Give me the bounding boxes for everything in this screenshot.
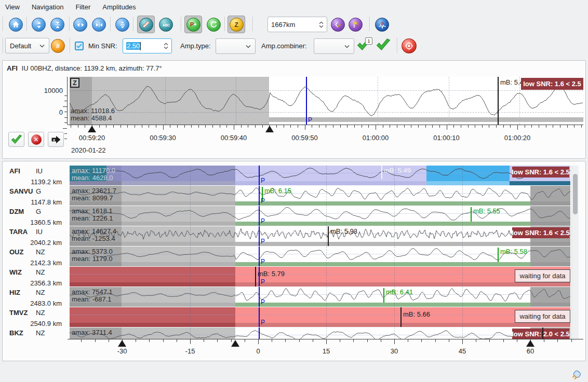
station-code: DZM [9,208,24,215]
export-amplitude-button[interactable]: x [48,132,64,147]
data-availability-strip [269,117,583,122]
status-strip [70,201,122,206]
station-label-TMVZ[interactable]: TMVZNZ2540.9 km [7,307,68,327]
p-phase-marker[interactable] [259,206,260,226]
station-label-SANVU[interactable]: SANVUG1147.8 km [7,186,68,206]
fit-vertical-button[interactable] [50,18,64,32]
p-phase-marker[interactable] [259,328,260,339]
trace-row-WIZ[interactable]: mB: 5.79waiting for dataP [70,267,570,286]
apply-one-button[interactable]: 1 [357,38,373,53]
time-window-handle[interactable] [88,126,96,132]
gridline [236,77,236,125]
mb-amplitude-marker[interactable] [383,288,384,303]
trace-row-TMVZ[interactable]: mB: 5.66waiting for dataP [70,307,570,327]
axis-tick [517,339,517,342]
connection-status-icon[interactable] [570,368,583,381]
trace-row-BKZ[interactable]: amax: 3711.4mB: 6.1low SNR: 2.0 < 2.5P [70,328,570,339]
time-window-handle[interactable] [526,340,534,347]
p-phase-marker[interactable] [259,267,260,286]
axis-tick [99,125,100,128]
axis-tick-label: 01:00:00 [363,134,389,142]
p-phase-marker[interactable] [259,166,260,185]
trace-row-AFI[interactable]: amax: 11170.0mean: 4628.0mB: 5.49low SNR… [70,166,570,185]
station-label-HIZ[interactable]: HIZNZ2483.0 km [7,287,68,307]
scrollbar-track[interactable] [571,166,579,339]
y-axis-label-top: 10000 [33,87,63,94]
trace-row-DZM[interactable]: amax: 1618.1mean: 1226.1mB: 5.55P [70,206,570,226]
home-button[interactable] [9,18,23,32]
reject-x-icon: ✕ [31,134,42,145]
trace-row-TARA[interactable]: amax: 14627.4mean: -1253.4mB: 5.93low SN… [70,226,570,246]
amplitude-scale-button[interactable] [115,18,129,32]
trace-row-SANVU[interactable]: amax: 23621.7mean: 8099.7mB: 6.15P [70,186,570,206]
axis-tick [435,339,436,342]
station-label-TARA[interactable]: TARAIU2040.2 km [7,226,68,246]
menu-filter[interactable]: Filter [75,3,90,11]
mb-amplitude-marker[interactable] [471,207,472,222]
spinbox-arrows[interactable] [319,21,324,28]
time-window-handle[interactable] [118,340,126,347]
station-label-WIZ[interactable]: WIZNZ2356.3 km [7,267,68,286]
station-label-BKZ[interactable]: BKZNZ [7,328,68,339]
p-phase-marker[interactable] [259,247,260,266]
min-snr-spinbox[interactable]: 2.50 [123,38,172,53]
show-station-ids-button[interactable]: ABC [159,18,173,32]
mb-amplitude-marker[interactable] [498,77,499,125]
component-z-icon: Z [232,20,240,29]
station-label-OUZ[interactable]: OUZNZ2142.3 km [7,247,68,266]
trace-centerline [70,335,570,335]
time-window-handle[interactable] [231,340,239,347]
filter-toggle-button[interactable] [137,16,155,33]
fit-horizontal-button[interactable] [92,18,106,32]
mb-amplitude-marker[interactable] [400,307,402,327]
expand-vertical-button[interactable] [32,18,46,32]
apply-all-button[interactable] [376,38,393,53]
station-label-DZM[interactable]: DZMG1360.5 km [7,206,68,226]
mb-amplitude-marker[interactable] [498,248,499,262]
menu-navigation[interactable]: Navigation [32,3,63,11]
scrollbar-thumb[interactable] [573,174,578,214]
distance-range-spinbox[interactable]: 1667km [268,17,327,32]
trace-row-OUZ[interactable]: amax: 5373.0mean: 1179.0mB: 5.58P [70,247,570,266]
expand-horizontal-button[interactable] [73,18,87,32]
amp-type-select[interactable] [216,38,256,54]
min-snr-value: 2.50 [126,42,140,50]
p-wave-apply-button[interactable]: P [375,18,389,32]
mb-amplitude-marker[interactable] [328,226,329,246]
time-window-handle[interactable] [265,126,274,132]
axis-tick [95,339,96,342]
trace-row-HIZ[interactable]: amax: 7547.1mean: -687.1mB: 6.41P [70,287,570,307]
p-phase-marker[interactable] [259,287,260,307]
recalculate-target-button[interactable] [402,38,417,53]
main-trace-area[interactable]: Z amax: 11018.6 mean: 4588.4 P mB: 5.49 … [70,77,583,125]
chevron-up-icon [319,21,324,24]
pick-p-button[interactable]: P [184,16,202,33]
menu-amplitudes[interactable]: Amplitudes [102,3,136,11]
amp-combiner-select[interactable] [314,38,354,54]
edit-picker-button[interactable] [331,18,345,32]
min-snr-checkbox[interactable] [75,42,84,50]
gridline [190,328,191,339]
accept-amplitude-button[interactable] [8,132,24,147]
p-phase-marker[interactable] [306,77,307,125]
profile-select[interactable]: Default [5,38,49,53]
trace-zone [235,328,530,339]
recompute-amplitudes-button[interactable] [207,18,221,32]
menu-view[interactable]: View [5,3,20,11]
pick-flag-button[interactable]: P [349,18,363,32]
p-phase-marker[interactable] [259,186,260,206]
mb-amplitude-marker[interactable] [381,166,382,179]
axis-tick [127,125,128,128]
spinbox-arrows[interactable] [164,43,168,49]
trace-centerline [70,254,570,254]
p-phase-marker[interactable] [259,307,260,327]
axis-tick [312,125,312,128]
component-z-button[interactable]: Z [228,16,245,33]
mb-amplitude-marker[interactable] [255,267,256,286]
mb-amplitude-marker[interactable] [542,328,543,339]
axis-tick [347,125,348,128]
p-phase-marker[interactable] [259,226,260,246]
reject-amplitude-button[interactable]: ✕ [28,132,44,147]
numbering-button[interactable]: # [51,39,65,53]
station-label-AFI[interactable]: AFIIU1139.2 km [7,166,68,185]
